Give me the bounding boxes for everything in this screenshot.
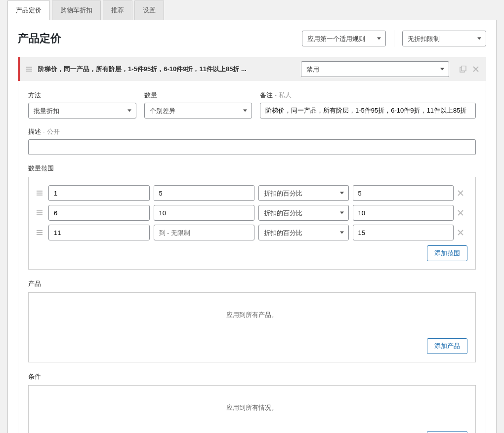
products-empty-text: 应用到所有产品。 [37, 301, 467, 333]
method-select[interactable]: 批量折扣 [28, 103, 136, 118]
tab-recommend[interactable]: 推荐 [103, 0, 132, 20]
rule-title: 阶梯价，同一产品，所有阶层，1-5件95折，6-10件9折，11件以上85折 .… [38, 65, 295, 74]
range-from-input[interactable] [48, 205, 150, 221]
note-input[interactable] [260, 103, 476, 118]
products-box: 应用到所有产品。 添加产品 [28, 292, 476, 362]
tab-cart-discount[interactable]: 购物车折扣 [52, 0, 101, 20]
tabs-bar: 产品定价 购物车折扣 推荐 设置 [0, 0, 504, 20]
main-panel: 产品定价 应用第一个适用规则 无折扣限制 阶梯价，同一产品，所有阶层，1-5件9… [7, 20, 497, 433]
svg-rect-1 [462, 66, 466, 71]
products-label: 产品 [28, 279, 476, 288]
remove-range-icon[interactable] [458, 190, 467, 196]
header-controls: 应用第一个适用规则 无折扣限制 [302, 30, 486, 47]
range-value-input[interactable] [353, 185, 454, 201]
close-icon[interactable] [472, 65, 480, 73]
header-row: 产品定价 应用第一个适用规则 无折扣限制 [8, 30, 496, 57]
drag-handle-icon[interactable] [26, 67, 32, 72]
duplicate-icon[interactable] [459, 65, 467, 73]
drag-handle-icon[interactable] [37, 210, 42, 215]
quantity-label: 数量 [144, 91, 252, 100]
range-row: 折扣的百分比 [37, 225, 467, 240]
range-value-input[interactable] [353, 225, 454, 240]
note-label: 备注 - 私人 [260, 91, 476, 100]
tab-product-pricing[interactable]: 产品定价 [7, 0, 50, 20]
range-value-input[interactable] [353, 205, 454, 221]
range-type-select[interactable]: 折扣的百分比 [258, 185, 349, 201]
add-product-button[interactable]: 添加产品 [427, 338, 467, 354]
range-type-select[interactable]: 折扣的百分比 [258, 225, 349, 240]
ranges-box: 折扣的百分比折扣的百分比折扣的百分比 添加范围 [28, 177, 476, 270]
drag-handle-icon[interactable] [37, 191, 42, 196]
rule-body: 方法 批量折扣 数量 个别差异 [18, 81, 486, 433]
page-title: 产品定价 [18, 31, 61, 46]
rule-block: 阶梯价，同一产品，所有阶层，1-5件95折，6-10件9折，11件以上85折 .… [18, 57, 486, 433]
rule-status-select[interactable]: 禁用 [301, 61, 449, 77]
add-condition-button[interactable]: 添加条件 [427, 431, 467, 433]
desc-label: 描述 - 公开 [28, 127, 476, 136]
range-type-select[interactable]: 折扣的百分比 [258, 205, 349, 221]
conditions-label: 条件 [28, 372, 476, 381]
remove-range-icon[interactable] [458, 230, 467, 236]
range-row: 折扣的百分比 [37, 205, 467, 221]
rule-actions [459, 65, 480, 73]
range-to-input[interactable] [154, 205, 255, 221]
quantity-select[interactable]: 个别差异 [144, 103, 252, 118]
divider [394, 30, 394, 47]
range-to-input[interactable] [154, 185, 255, 201]
rule-header: 阶梯价，同一产品，所有阶层，1-5件95折，6-10件9折，11件以上85折 .… [18, 57, 486, 81]
conditions-box: 应用到所有情况。 添加条件 [28, 385, 476, 433]
tab-settings[interactable]: 设置 [134, 0, 164, 20]
range-row: 折扣的百分比 [37, 185, 467, 201]
method-label: 方法 [28, 91, 136, 100]
range-to-input[interactable] [154, 225, 255, 240]
ranges-label: 数量范围 [28, 164, 476, 173]
range-from-input[interactable] [48, 225, 150, 240]
conditions-empty-text: 应用到所有情况。 [37, 394, 467, 426]
rule-mode-select[interactable]: 应用第一个适用规则 [302, 31, 386, 46]
desc-input[interactable] [28, 139, 476, 155]
remove-range-icon[interactable] [458, 210, 467, 216]
add-range-button[interactable]: 添加范围 [427, 245, 467, 261]
discount-limit-select[interactable]: 无折扣限制 [402, 31, 486, 46]
drag-handle-icon[interactable] [37, 230, 42, 235]
range-from-input[interactable] [48, 185, 150, 201]
